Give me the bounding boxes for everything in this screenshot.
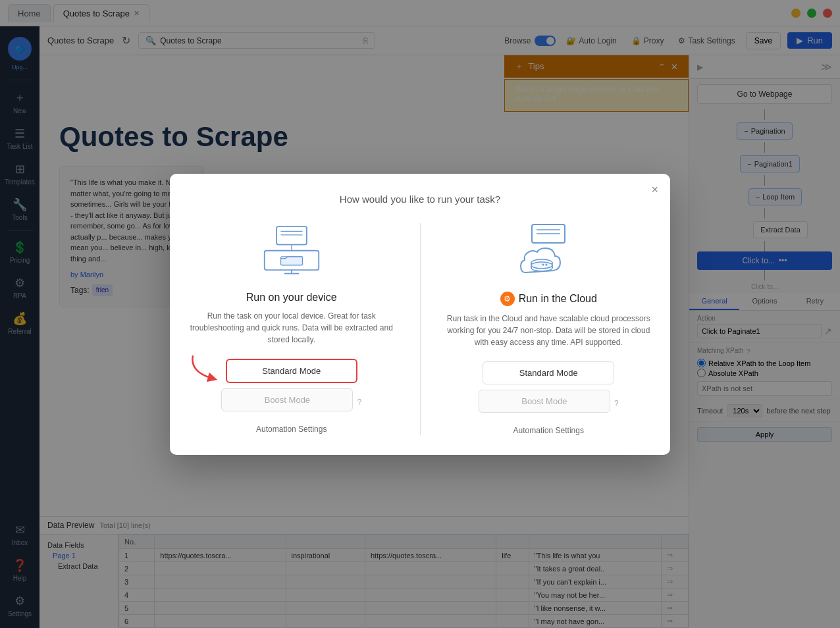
- modal-title: How would you like to run your task?: [190, 194, 650, 205]
- cloud-icon: [509, 223, 588, 282]
- modal-overlay[interactable]: How would you like to run your task? ×: [0, 0, 840, 628]
- cloud-option-title: ⚙ Run in the Cloud: [500, 292, 597, 306]
- local-device-icon: [252, 223, 331, 282]
- svg-point-17: [542, 263, 544, 265]
- cloud-automation-settings-link[interactable]: Automation Settings: [513, 426, 584, 435]
- modal-option-cloud: ⚙ Run in the Cloud Run task in the Cloud…: [447, 223, 651, 435]
- local-automation-settings-link[interactable]: Automation Settings: [256, 425, 327, 434]
- cloud-option-desc: Run task in the Cloud and have scalable …: [447, 313, 651, 348]
- svg-point-16: [546, 263, 548, 265]
- cloud-standard-mode-button[interactable]: Standard Mode: [483, 361, 614, 384]
- local-standard-wrapper: Standard Mode: [226, 359, 357, 388]
- local-option-desc: Run the task on your local device. Great…: [190, 310, 394, 346]
- cloud-boost-mode-button[interactable]: Boost Mode: [479, 390, 610, 413]
- svg-rect-0: [276, 226, 307, 245]
- modal-options: Run on your device Run the task on your …: [190, 223, 650, 435]
- modal-option-local: Run on your device Run the task on your …: [190, 223, 394, 435]
- svg-point-15: [531, 262, 552, 269]
- modal-divider: [420, 223, 421, 435]
- modal: How would you like to run your task? ×: [170, 174, 670, 455]
- cloud-boost-hint-icon[interactable]: ?: [614, 399, 619, 408]
- red-arrow-icon: [186, 352, 226, 385]
- local-standard-mode-button[interactable]: Standard Mode: [226, 359, 357, 383]
- modal-close-button[interactable]: ×: [651, 183, 658, 197]
- local-option-title: Run on your device: [246, 292, 337, 303]
- local-boost-wrapper: Boost Mode ?: [221, 388, 361, 417]
- cloud-boost-wrapper: Boost Mode ?: [479, 390, 619, 418]
- boost-hint-icon[interactable]: ?: [357, 398, 361, 407]
- svg-rect-5: [280, 257, 302, 265]
- local-boost-mode-button[interactable]: Boost Mode: [221, 388, 353, 411]
- cloud-badge-icon: ⚙: [500, 292, 515, 306]
